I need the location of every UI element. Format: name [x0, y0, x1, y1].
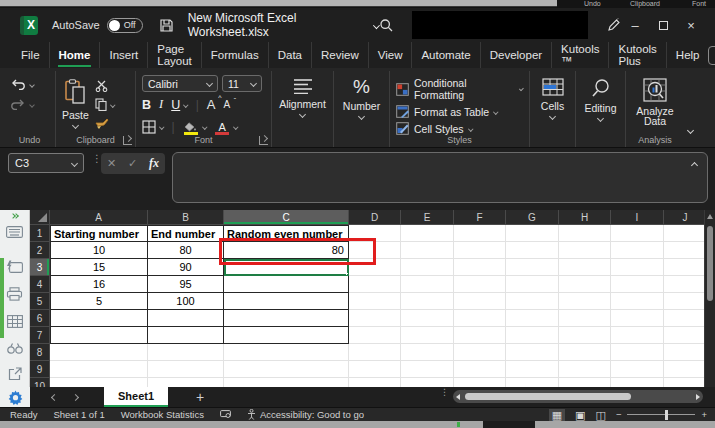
column-header-I[interactable]: I: [611, 210, 664, 225]
zoom-slider[interactable]: [627, 414, 695, 416]
cell-F5[interactable]: [454, 293, 506, 310]
italic-button[interactable]: I: [159, 97, 163, 112]
tab-kutools-plus[interactable]: Kutools Plus: [609, 42, 666, 68]
font-color-button[interactable]: A: [214, 119, 238, 135]
cell-H4[interactable]: [559, 276, 611, 293]
row-header-10[interactable]: 10: [30, 378, 50, 387]
sidebar-table-icon[interactable]: [7, 315, 23, 328]
zoom-in-button[interactable]: +: [701, 409, 707, 420]
cell-I2[interactable]: [611, 242, 664, 259]
conditional-formatting-button[interactable]: Conditional Formatting: [396, 77, 523, 101]
cell-A6[interactable]: [50, 310, 148, 327]
cell-G6[interactable]: [506, 310, 559, 327]
horizontal-scrollbar[interactable]: [453, 390, 703, 403]
cell-I9[interactable]: [611, 361, 664, 378]
cell-D6[interactable]: [349, 310, 401, 327]
cell-J6[interactable]: [664, 310, 707, 327]
cell-E9[interactable]: [401, 361, 454, 378]
cell-I1[interactable]: [611, 225, 664, 242]
cell-C7[interactable]: [224, 327, 349, 344]
row-header-7[interactable]: 7: [30, 327, 50, 344]
autosave-toggle[interactable]: Off: [107, 18, 143, 33]
cell-A2[interactable]: 10: [50, 242, 148, 259]
font-size-combo[interactable]: 11: [222, 75, 262, 92]
zoom-slider-handle[interactable]: [665, 410, 669, 420]
tab-page-layout[interactable]: Page Layout: [148, 42, 202, 68]
cell-F7[interactable]: [454, 327, 506, 344]
cut-icon[interactable]: [95, 80, 115, 92]
scroll-left-icon[interactable]: [456, 394, 460, 400]
kutools-pane-handle[interactable]: [0, 258, 4, 338]
sidebar-printer-icon[interactable]: [6, 287, 23, 301]
select-all-corner[interactable]: [30, 210, 50, 225]
cell-H9[interactable]: [559, 361, 611, 378]
cell-J5[interactable]: [664, 293, 707, 310]
cell-F2[interactable]: [454, 242, 506, 259]
cell-C4[interactable]: [224, 276, 349, 293]
cell-G2[interactable]: [506, 242, 559, 259]
tab-home[interactable]: Home: [50, 42, 101, 68]
clipboard-dialog-launcher-icon[interactable]: [123, 136, 132, 145]
cell-F3[interactable]: [454, 259, 506, 276]
cell-C6[interactable]: [224, 310, 349, 327]
cell-H5[interactable]: [559, 293, 611, 310]
cell-H7[interactable]: [559, 327, 611, 344]
cell-I5[interactable]: [611, 293, 664, 310]
cell-E8[interactable]: [401, 344, 454, 361]
formula-bar-drag-handle[interactable]: ⋮: [92, 156, 96, 161]
cell-G9[interactable]: [506, 361, 559, 378]
cell-H6[interactable]: [559, 310, 611, 327]
cell-D10[interactable]: [349, 378, 401, 387]
cell-J9[interactable]: [664, 361, 707, 378]
cell-F1[interactable]: [454, 225, 506, 242]
sidebar-keyboard-icon[interactable]: [6, 226, 23, 238]
cell-A9[interactable]: [50, 361, 148, 378]
cell-A5[interactable]: 5: [50, 293, 148, 310]
cell-I6[interactable]: [611, 310, 664, 327]
cell-H8[interactable]: [559, 344, 611, 361]
tab-view[interactable]: View: [369, 42, 413, 68]
cell-G7[interactable]: [506, 327, 559, 344]
cell-C3[interactable]: [224, 259, 349, 276]
cell-A7[interactable]: [50, 327, 148, 344]
cell-H10[interactable]: [559, 378, 611, 387]
number-button[interactable]: % Number: [340, 73, 383, 119]
column-header-C[interactable]: C: [224, 210, 349, 225]
cell-D5[interactable]: [349, 293, 401, 310]
format-painter-icon[interactable]: [95, 117, 115, 130]
cell-F9[interactable]: [454, 361, 506, 378]
normal-view-button[interactable]: ▦: [549, 409, 565, 421]
cell-C5[interactable]: [224, 293, 349, 310]
cell-D7[interactable]: [349, 327, 401, 344]
cell-E1[interactable]: [401, 225, 454, 242]
horizontal-scroll-thumb[interactable]: [465, 393, 631, 400]
row-header-3[interactable]: 3: [30, 259, 50, 276]
column-header-B[interactable]: B: [148, 210, 224, 225]
cell-H3[interactable]: [559, 259, 611, 276]
workbook-statistics-button[interactable]: Workbook Statistics: [121, 409, 204, 420]
undo-button[interactable]: [10, 79, 49, 90]
format-as-table-button[interactable]: Format as Table: [396, 105, 523, 118]
cell-B7[interactable]: [148, 327, 224, 344]
formula-input[interactable]: [172, 152, 708, 203]
column-header-E[interactable]: E: [401, 210, 454, 225]
cell-A10[interactable]: [50, 378, 148, 387]
new-sheet-button[interactable]: +: [196, 389, 204, 405]
page-break-view-button[interactable]: ◫: [595, 409, 605, 421]
save-icon[interactable]: [159, 18, 174, 33]
insert-function-button[interactable]: fx: [149, 156, 159, 171]
cell-G8[interactable]: [506, 344, 559, 361]
alignment-button[interactable]: Alignment: [278, 73, 327, 117]
row-header-2[interactable]: 2: [30, 242, 50, 259]
settings-gear-icon[interactable]: [8, 390, 23, 405]
vertical-scroll-thumb[interactable]: [707, 226, 713, 301]
cell-E2[interactable]: [401, 242, 454, 259]
cell-J8[interactable]: [664, 344, 707, 361]
cell-E6[interactable]: [401, 310, 454, 327]
cell-I4[interactable]: [611, 276, 664, 293]
underline-button[interactable]: U: [171, 98, 188, 112]
prev-sheet-icon[interactable]: [51, 393, 58, 400]
cell-J3[interactable]: [664, 259, 707, 276]
borders-button[interactable]: [142, 120, 164, 134]
cell-A3[interactable]: 15: [50, 259, 148, 276]
